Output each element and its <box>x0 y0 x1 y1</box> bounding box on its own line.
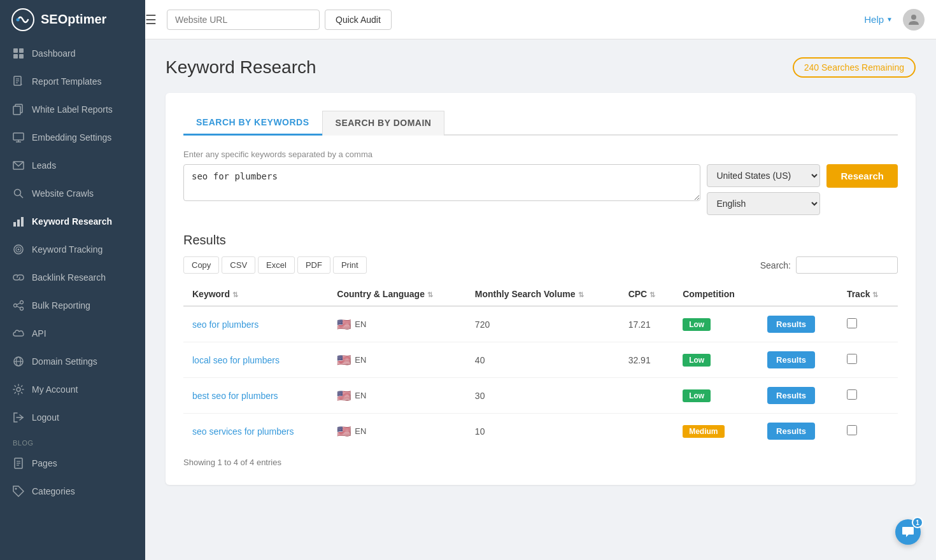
cell-volume: 30 <box>466 378 620 414</box>
cell-competition: Low <box>674 306 758 342</box>
logo-text: SEOptimer <box>41 12 106 27</box>
search-filter: Search: <box>760 256 898 274</box>
svg-point-1 <box>17 18 20 21</box>
competition-badge: Low <box>683 354 711 367</box>
cell-country-lang: 🇺🇸 EN <box>328 378 466 414</box>
pdf-button[interactable]: PDF <box>297 256 330 274</box>
row-results-button[interactable]: Results <box>767 351 815 368</box>
sort-track-icon[interactable]: ⇅ <box>872 291 878 298</box>
sidebar-item-bulk-reporting[interactable]: Bulk Reporting <box>0 291 145 319</box>
results-title: Results <box>183 233 898 248</box>
cell-results-btn: Results <box>758 306 838 342</box>
sidebar-item-report-templates[interactable]: Report Templates <box>0 67 145 95</box>
logo: SEOptimer <box>0 0 145 39</box>
keyword-input[interactable]: seo for plumbers <box>183 164 700 201</box>
sidebar-item-keyword-tracking[interactable]: Keyword Tracking <box>0 235 145 263</box>
copy-icon <box>13 104 24 115</box>
chat-widget[interactable]: 1 <box>895 519 921 545</box>
table-footer: Showing 1 to 4 of 4 entries <box>183 449 898 467</box>
flag-icon: 🇺🇸 <box>337 424 351 438</box>
cell-competition: Medium <box>674 414 758 449</box>
svg-point-2 <box>911 15 916 20</box>
cell-competition: Low <box>674 378 758 414</box>
sidebar-item-dashboard[interactable]: Dashboard <box>0 39 145 67</box>
cell-cpc: 17.21 <box>620 306 674 342</box>
sort-cpc-icon[interactable]: ⇅ <box>649 291 655 298</box>
svg-point-39 <box>15 488 17 490</box>
menu-toggle-button[interactable]: ☰ <box>145 12 157 27</box>
sort-volume-icon[interactable]: ⇅ <box>578 291 584 298</box>
table-search-input[interactable] <box>796 256 898 274</box>
cell-cpc: 32.91 <box>620 342 674 378</box>
tab-by-domain[interactable]: SEARCH BY DOMAIN <box>322 111 445 136</box>
svg-rect-3 <box>13 48 18 53</box>
table-header-row: Keyword⇅ Country & Language⇅ Monthly Sea… <box>183 283 898 306</box>
track-checkbox[interactable] <box>847 389 857 400</box>
sort-keyword-icon[interactable]: ⇅ <box>232 291 238 298</box>
copy-button[interactable]: Copy <box>183 256 219 274</box>
sidebar-item-categories[interactable]: Categories <box>0 477 145 505</box>
page-title: Keyword Research <box>166 57 316 78</box>
cell-track <box>838 342 898 378</box>
cell-volume: 720 <box>466 306 620 342</box>
language-select[interactable]: English Spanish French German <box>707 192 820 215</box>
sidebar-item-logout[interactable]: Logout <box>0 403 145 431</box>
track-checkbox[interactable] <box>847 318 857 328</box>
sidebar-item-keyword-research[interactable]: Keyword Research <box>0 207 145 235</box>
bar-chart-icon <box>13 216 24 227</box>
topnav-right: Help ▼ <box>864 9 925 31</box>
sort-country-icon[interactable]: ⇅ <box>427 291 433 298</box>
sidebar-item-domain-settings[interactable]: Domain Settings <box>0 347 145 375</box>
logo-icon <box>11 8 34 31</box>
sidebar-item-backlink-research[interactable]: Backlink Research <box>0 263 145 291</box>
file-edit-icon <box>13 76 24 87</box>
tab-by-keywords[interactable]: SEARCH BY KEYWORDS <box>183 111 322 136</box>
searches-remaining-badge: 240 Searches Remaining <box>793 57 916 78</box>
avatar[interactable] <box>903 9 925 31</box>
grid-icon <box>13 48 24 59</box>
search-controls: United States (US) United Kingdom (UK) A… <box>707 164 820 215</box>
flag-icon: 🇺🇸 <box>337 389 351 403</box>
svg-line-18 <box>20 195 23 198</box>
page-header: Keyword Research 240 Searches Remaining <box>166 57 916 78</box>
sidebar-item-my-account[interactable]: My Account <box>0 375 145 403</box>
th-track: Track⇅ <box>838 283 898 306</box>
sidebar-item-white-label[interactable]: White Label Reports <box>0 95 145 123</box>
lang-code: EN <box>355 426 366 436</box>
svg-line-28 <box>17 303 20 305</box>
sidebar-item-api[interactable]: API <box>0 319 145 347</box>
cell-competition: Low <box>674 342 758 378</box>
table-row: seo services for plumbers 🇺🇸 EN 10 Mediu… <box>183 414 898 449</box>
url-input[interactable] <box>167 10 320 30</box>
search-icon <box>13 188 24 199</box>
row-results-button[interactable]: Results <box>767 387 815 404</box>
cell-track <box>838 414 898 449</box>
file-icon <box>13 458 24 469</box>
track-checkbox[interactable] <box>847 354 857 364</box>
quick-audit-button[interactable]: Quick Audit <box>325 10 392 30</box>
settings-icon <box>13 384 24 395</box>
sidebar-item-leads[interactable]: Leads <box>0 151 145 179</box>
cell-keyword: best seo for plumbers <box>183 378 328 414</box>
logout-icon <box>13 412 24 423</box>
sidebar-item-embedding[interactable]: Embedding Settings <box>0 123 145 151</box>
results-table: Keyword⇅ Country & Language⇅ Monthly Sea… <box>183 283 898 449</box>
print-button[interactable]: Print <box>333 256 367 274</box>
help-button[interactable]: Help ▼ <box>864 14 893 25</box>
sidebar: Dashboard Report Templates White Label R… <box>0 39 145 560</box>
chat-count: 1 <box>912 517 923 528</box>
csv-button[interactable]: CSV <box>222 256 255 274</box>
sidebar-item-pages[interactable]: Pages <box>0 449 145 477</box>
row-results-button[interactable]: Results <box>767 423 815 440</box>
cloud-icon <box>13 328 24 339</box>
row-results-button[interactable]: Results <box>767 316 815 333</box>
track-checkbox[interactable] <box>847 425 857 435</box>
excel-button[interactable]: Excel <box>258 256 295 274</box>
lang-code: EN <box>355 319 366 329</box>
cell-volume: 10 <box>466 414 620 449</box>
sidebar-item-website-crawls[interactable]: Website Crawls <box>0 179 145 207</box>
cell-keyword: local seo for plumbers <box>183 342 328 378</box>
research-button[interactable]: Research <box>826 164 898 188</box>
th-country-lang: Country & Language⇅ <box>328 283 466 306</box>
country-select[interactable]: United States (US) United Kingdom (UK) A… <box>707 164 820 187</box>
